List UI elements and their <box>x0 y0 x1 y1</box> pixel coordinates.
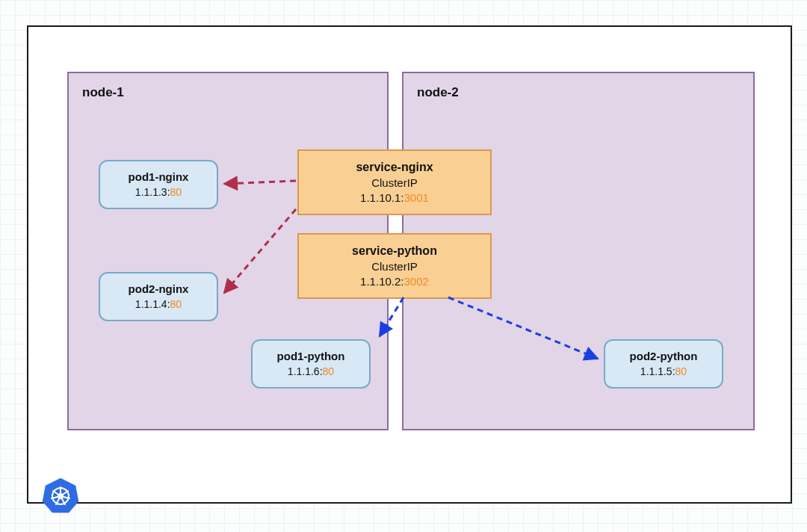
pod-label: pod1-python <box>277 349 345 364</box>
pod-address: 1.1.1.3:80 <box>135 185 182 200</box>
service-type: ClusterIP <box>371 259 418 274</box>
kubernetes-logo-icon <box>42 477 79 514</box>
service-nginx-box: service-nginx ClusterIP 1.1.10.1:3001 <box>297 149 492 215</box>
service-label: service-nginx <box>356 159 433 176</box>
pod1-nginx-box: pod1-nginx 1.1.1.3:80 <box>99 160 218 209</box>
pod-label: pod1-nginx <box>129 170 189 185</box>
service-address: 1.1.10.1:3001 <box>360 191 429 205</box>
pod-address: 1.1.1.5:80 <box>640 365 687 379</box>
pod1-python-box: pod1-python 1.1.1.6:80 <box>251 339 371 389</box>
service-python-box: service-python ClusterIP 1.1.10.2:3002 <box>297 233 492 299</box>
diagram-frame: node-1 node-2 pod1-nginx 1.1.1.3:80 pod2… <box>27 25 792 504</box>
service-type: ClusterIP <box>371 176 418 191</box>
pod-label: pod2-nginx <box>129 282 189 297</box>
pod-label: pod2-python <box>630 349 698 364</box>
pod2-python-box: pod2-python 1.1.1.5:80 <box>604 339 723 389</box>
pod-address: 1.1.1.4:80 <box>135 297 182 312</box>
service-label: service-python <box>352 243 437 259</box>
node-2-title: node-2 <box>417 85 459 100</box>
pod2-nginx-box: pod2-nginx 1.1.1.4:80 <box>99 272 218 321</box>
pod-address: 1.1.1.6:80 <box>288 365 334 379</box>
node-1-title: node-1 <box>82 85 124 100</box>
service-address: 1.1.10.2:3002 <box>360 274 429 289</box>
